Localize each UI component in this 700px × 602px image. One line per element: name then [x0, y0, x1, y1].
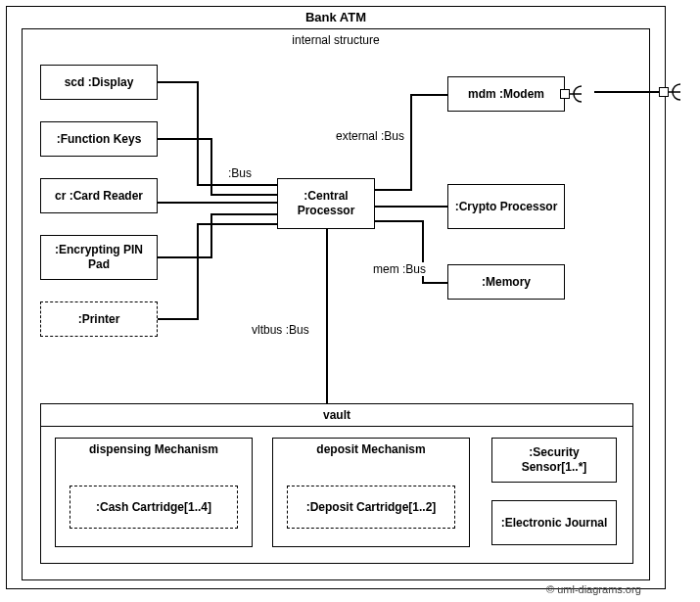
wire — [158, 81, 199, 83]
wire — [197, 223, 277, 225]
wire — [410, 94, 447, 96]
part-deposit-mechanism: deposit Mechanism :Deposit Cartridge[1..… — [272, 438, 470, 547]
connector-label-mem: mem :Bus — [371, 262, 428, 276]
connector-label-vltbus: vltbus :Bus — [250, 323, 311, 337]
port-bank-atm — [659, 87, 669, 97]
part-memory: :Memory — [447, 264, 565, 300]
wire — [158, 138, 212, 140]
wire — [210, 213, 212, 258]
structure-compartment: internal structure scd :Display :Functio… — [22, 28, 650, 580]
wire — [375, 189, 412, 191]
required-interface-icon — [570, 84, 597, 104]
wire — [158, 202, 277, 204]
part-electronic-journal: :Electronic Journal — [491, 500, 617, 545]
classifier-title: Bank ATM — [7, 10, 665, 24]
connector-label-external: external :Bus — [334, 129, 406, 143]
port-modem — [560, 89, 570, 99]
compartment-label: internal structure — [23, 33, 649, 47]
part-card-reader: cr :Card Reader — [40, 178, 158, 213]
wire — [375, 206, 447, 208]
part-cash-cartridge: :Cash Cartridge[1..4] — [70, 486, 238, 529]
connector-label-bus: :Bus — [226, 166, 254, 180]
wire — [197, 81, 199, 184]
wire — [210, 138, 212, 194]
copyright-text: © uml-diagrams.org — [546, 583, 641, 595]
wire — [158, 256, 212, 258]
part-modem: mdm :Modem — [447, 76, 565, 112]
required-interface-icon — [669, 82, 698, 102]
vault-title: vault — [41, 404, 632, 427]
part-central-processor: :Central Processor — [277, 178, 375, 229]
wire — [158, 318, 199, 320]
part-dispensing-mechanism: dispensing Mechanism :Cash Cartridge[1..… — [55, 438, 253, 547]
wire — [375, 220, 424, 222]
wire — [422, 282, 447, 284]
classifier-frame: Bank ATM internal structure scd :Display… — [6, 6, 666, 589]
part-printer: :Printer — [40, 301, 158, 337]
part-vault: vault dispensing Mechanism :Cash Cartrid… — [40, 403, 633, 564]
dispensing-title: dispensing Mechanism — [56, 439, 252, 460]
part-security-sensor: :Security Sensor[1..*] — [491, 438, 617, 483]
part-crypto-processor: :Crypto Processor — [447, 184, 565, 229]
wire — [594, 91, 659, 93]
part-pin-pad: :Encrypting PIN Pad — [40, 235, 158, 280]
part-function-keys: :Function Keys — [40, 121, 158, 157]
part-deposit-cartridge: :Deposit Cartridge[1..2] — [287, 486, 455, 529]
wire — [326, 229, 328, 403]
wire — [210, 194, 277, 196]
wire — [210, 213, 277, 215]
part-display: scd :Display — [40, 65, 158, 100]
wire — [197, 184, 277, 186]
wire — [410, 94, 412, 191]
deposit-title: deposit Mechanism — [273, 439, 469, 460]
wire — [197, 223, 199, 320]
diagram-canvas: Bank ATM internal structure scd :Display… — [0, 0, 700, 602]
